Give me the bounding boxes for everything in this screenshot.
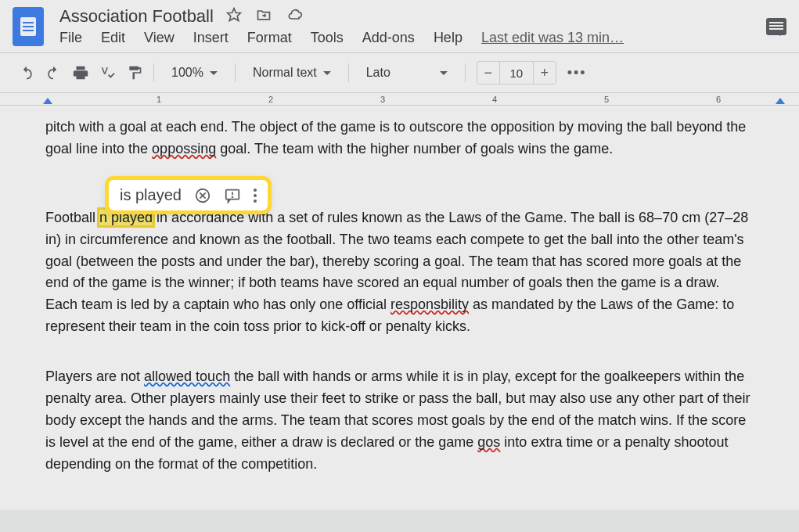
- grammar-highlight[interactable]: n played: [99, 210, 153, 225]
- menu-view[interactable]: View: [144, 30, 175, 46]
- ruler-mark: 6: [716, 95, 721, 104]
- svg-marker-0: [228, 9, 241, 21]
- print-button[interactable]: [72, 64, 89, 81]
- ruler-mark: 4: [492, 95, 497, 104]
- undo-button[interactable]: [19, 65, 34, 81]
- font-select[interactable]: Lato: [360, 63, 454, 83]
- suggestion-text[interactable]: is played: [120, 186, 182, 204]
- ruler[interactable]: 1 2 3 4 5 6: [0, 93, 799, 106]
- paragraph-2[interactable]: Football n played in accordance with a s…: [45, 207, 754, 338]
- spelling-error[interactable]: oppossing: [152, 141, 216, 156]
- spelling-error[interactable]: responsbility: [391, 297, 469, 312]
- document-title[interactable]: Association Football: [59, 6, 214, 27]
- toolbar: 100% Normal text Lato − + •••: [0, 53, 799, 93]
- star-icon[interactable]: [226, 7, 242, 23]
- menu-tools[interactable]: Tools: [311, 30, 344, 46]
- docs-logo[interactable]: [13, 7, 44, 46]
- menu-edit[interactable]: Edit: [101, 30, 125, 46]
- menu-addons[interactable]: Add-ons: [362, 30, 415, 46]
- ruler-mark: 2: [268, 95, 273, 104]
- ruler-mark: 1: [157, 95, 161, 104]
- menu-file[interactable]: File: [59, 30, 82, 46]
- comments-icon[interactable]: [766, 18, 786, 35]
- style-select[interactable]: Normal text: [247, 63, 337, 83]
- feedback-button[interactable]: [224, 187, 241, 204]
- increase-font-button[interactable]: +: [534, 62, 556, 84]
- spelling-error[interactable]: gos: [477, 434, 500, 450]
- spellcheck-button[interactable]: [100, 65, 116, 81]
- menu-format[interactable]: Format: [247, 30, 292, 46]
- document-body[interactable]: pitch with a goal at each end. The objec…: [0, 106, 799, 510]
- zoom-select[interactable]: 100%: [165, 63, 224, 83]
- svg-point-4: [232, 196, 232, 197]
- paragraph-1[interactable]: pitch with a goal at each end. The objec…: [45, 117, 754, 160]
- decrease-font-button[interactable]: −: [477, 62, 499, 84]
- menu-help[interactable]: Help: [434, 30, 462, 46]
- menu-insert[interactable]: Insert: [193, 30, 229, 46]
- paragraph-3[interactable]: Players are not allowed touch the ball w…: [45, 366, 754, 475]
- font-size-input[interactable]: [499, 62, 534, 84]
- ruler-left-indent[interactable]: [43, 98, 52, 104]
- ruler-mark: 5: [604, 95, 609, 104]
- last-edit-link[interactable]: Last edit was 13 min…: [481, 30, 624, 46]
- ruler-right-indent[interactable]: [776, 98, 785, 104]
- dismiss-suggestion-button[interactable]: [194, 187, 211, 204]
- font-size-group: − +: [477, 61, 556, 84]
- more-tools-button[interactable]: •••: [567, 65, 587, 81]
- ruler-mark: 3: [380, 95, 385, 104]
- move-icon[interactable]: [256, 7, 272, 23]
- grammar-suggestion-popup: is played: [109, 180, 268, 210]
- app-header: Association Football File Edit View Inse…: [0, 0, 799, 53]
- paint-format-button[interactable]: [127, 65, 142, 81]
- redo-button[interactable]: [45, 65, 61, 81]
- more-options-button[interactable]: [254, 189, 257, 203]
- grammar-error[interactable]: allowed touch: [144, 368, 230, 384]
- cloud-icon[interactable]: [286, 7, 304, 23]
